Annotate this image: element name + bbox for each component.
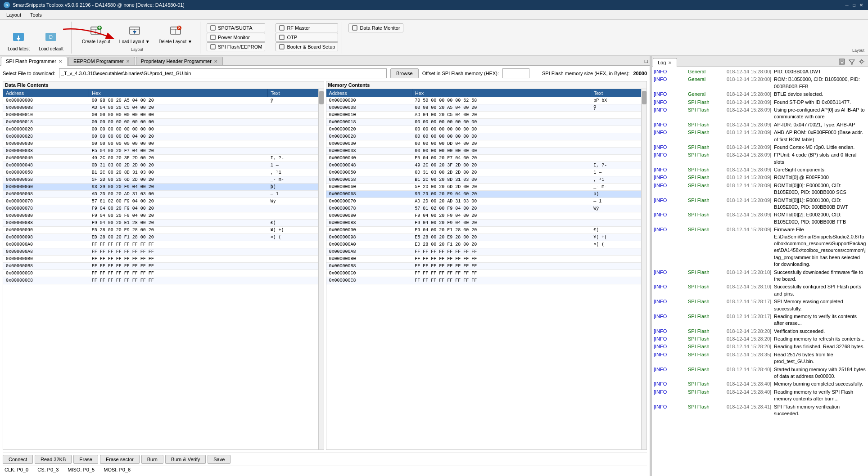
table-row[interactable]: 0x00000098 E5 28 00 20 E9 28 00 20 ¥( +( [326,234,641,241]
table-row[interactable]: 0x000000A8 FF FF FF FF FF FF FF FF [3,248,318,256]
table-row[interactable]: 0x00000070 57 81 02 00 F9 04 00 20 Wÿ [3,198,318,205]
spota-suota-item[interactable]: SPOTA/SUOTA [207,23,265,32]
tab-eeprom[interactable]: EEPROM Programmer ✕ [68,57,135,65]
close-button[interactable]: ✕ [858,2,864,8]
data-file-table-scroll[interactable]: Address Hex Text 0x00000000 00 98 00 20 … [3,89,318,449]
table-row[interactable]: 0x000000B8 FF FF FF FF FF FF FF FF [326,263,641,270]
maximize-button[interactable]: □ [851,2,857,8]
log-filter-button[interactable] [847,58,856,66]
table-row[interactable]: 0x00000020 00 00 00 00 00 00 00 00 [3,126,318,133]
table-row[interactable]: 0x00000020 00 00 00 00 00 00 00 00 [326,126,641,133]
spi-flash-eeprom-item[interactable]: SPI Flash/EEPROM [207,42,265,51]
offset-input[interactable] [502,68,529,78]
table-row[interactable]: 0x00000018 00 00 00 00 00 00 00 00 [3,119,318,126]
memory-scrollbar-thumb[interactable] [642,91,646,104]
table-row[interactable]: 0x00000038 F5 04 00 20 F7 04 00 20 [3,148,318,155]
erase-button[interactable]: Erase [73,455,98,464]
menu-tools[interactable]: Tools [27,11,45,18]
table-row[interactable]: 0x000000A0 ED 28 00 20 F1 28 00 20 «( ( [326,241,641,248]
table-row[interactable]: 0x00000080 F9 04 00 20 F9 04 00 20 [3,212,318,220]
save-button[interactable]: Save [208,455,231,464]
minimize-button[interactable]: ─ [844,2,850,8]
data-file-scrollbar[interactable] [318,89,324,449]
tab-spi-flash-close[interactable]: ✕ [58,59,63,64]
table-row[interactable]: 0x00000078 57 81 02 00 F9 04 00 20 Wÿ [326,205,641,212]
table-row[interactable]: 0x00000078 F9 04 00 20 F9 04 00 20 [3,205,318,212]
load-default-button[interactable]: D Load default [35,29,68,54]
table-row[interactable]: 0x00000030 00 00 00 00 00 00 00 00 [3,140,318,148]
table-row[interactable]: 0x00000098 ED 28 00 20 F1 28 00 20 «( ( [3,234,318,241]
tab-proprietary-close[interactable]: ✕ [213,59,218,64]
rf-master-item[interactable]: RF Master [276,23,338,32]
table-row[interactable]: 0x00000070 AD 2D 00 20 AD 31 03 00 — 1 [326,198,641,205]
table-row[interactable]: 0x00000068 AD 2D 00 20 AD 31 03 00 — 1 [3,191,318,198]
table-row[interactable]: 0x00000050 B1 2C 00 20 8D 31 03 00 , ¹1 [3,169,318,176]
cell-hex: B1 2C 00 20 8D 31 03 00 [412,176,591,184]
memory-scrollbar[interactable] [641,89,646,449]
table-row[interactable]: 0x00000018 00 00 00 00 00 00 00 00 [326,119,641,126]
burn-button[interactable]: Burn [141,455,163,464]
table-row[interactable]: 0x000000C8 FF FF FF FF FF FF FF FF [326,277,641,284]
tab-log[interactable]: Log ✕ [653,58,677,67]
connect-button[interactable]: Connect [3,455,33,464]
tab-proprietary[interactable]: Proprietary Header Programmer ✕ [136,57,223,65]
table-row[interactable]: 0x00000010 AD 04 00 20 C5 04 00 20 [326,112,641,119]
erase-sector-button[interactable]: Erase sector [100,455,140,464]
table-row[interactable]: 0x000000B8 FF FF FF FF FF FF FF FF [3,263,318,270]
table-row[interactable]: 0x000000A0 FF FF FF FF FF FF FF FF [3,241,318,248]
table-row[interactable]: 0x00000038 00 00 00 00 00 00 00 00 [326,148,641,155]
table-row[interactable]: 0x00000000 70 50 00 00 00 00 62 58 pP bX [326,97,641,104]
table-row[interactable]: 0x00000088 F9 04 00 20 F9 04 00 20 [326,220,641,227]
log-save-button[interactable] [837,58,846,66]
table-row[interactable]: 0x00000090 F9 04 00 20 E1 28 00 20 £( [326,227,641,234]
table-row[interactable]: 0x00000040 F5 04 00 20 F7 04 00 20 [326,155,641,162]
delete-layout-button[interactable]: × Delete Layout ▼ [155,22,196,46]
table-row[interactable]: 0x00000010 00 00 00 00 00 00 00 00 [3,112,318,119]
log-content[interactable]: [INFO General 018-12-14 15:28:00] PID: 0… [652,67,868,476]
memory-table-scroll[interactable]: Address Hex Text 0x00000000 70 50 00 00 … [326,89,642,449]
maximize-panel-button[interactable]: □ [645,58,648,64]
power-monitor-item[interactable]: Power Monitor [207,33,265,42]
table-row[interactable]: 0x00000090 E5 28 00 20 E9 28 00 20 ¥( +( [3,227,318,234]
table-row[interactable]: 0x00000058 B1 2C 00 20 8D 31 03 00 , ¹1 [326,176,641,184]
create-layout-button[interactable]: + Create Layout [78,22,114,46]
table-row[interactable]: 0x00000060 5F 2D 00 20 6D 2D 00 20 _- m- [326,184,641,191]
table-row[interactable]: 0x00000028 00 00 00 00 DD 04 00 20 [3,133,318,140]
table-row[interactable]: 0x00000030 00 00 00 00 DD 04 00 20 [326,140,641,148]
table-row[interactable]: 0x00000048 0D 31 03 00 2D 2D 00 20 1 — [3,162,318,169]
file-input[interactable] [59,68,387,78]
table-row[interactable]: 0x00000040 49 2C 00 20 3F 2D 00 20 I, ?- [3,155,318,162]
menu-layout[interactable]: Layout [3,11,25,18]
table-row[interactable]: 0x00000080 F9 04 00 20 F9 04 00 20 [326,212,641,220]
data-rate-item[interactable]: Data Rate Monitor [348,23,403,32]
table-row[interactable]: 0x00000060 93 29 00 20 F9 04 00 20 þ) [3,184,318,191]
otp-item[interactable]: OTP [276,33,338,42]
table-row[interactable]: 0x00000048 49 2C 00 20 3F 2D 00 20 I, ?- [326,162,641,169]
table-row[interactable]: 0x00000008 AD 04 00 20 C5 04 00 20 [3,104,318,112]
table-row[interactable]: 0x000000B0 FF FF FF FF FF FF FF FF [3,256,318,263]
table-row[interactable]: 0x000000B0 FF FF FF FF FF FF FF FF [326,256,641,263]
log-settings-button[interactable] [857,58,866,66]
burn-verify-button[interactable]: Burn & Verify [165,455,206,464]
table-row[interactable]: 0x00000000 00 98 00 20 A5 04 00 20 ÿ [3,97,318,104]
table-row[interactable]: 0x00000028 00 00 00 00 00 00 00 00 [326,133,641,140]
load-latest-button[interactable]: Load latest [4,29,34,54]
table-row[interactable]: 0x00000050 0D 31 03 00 2D 2D 00 20 1 — [326,169,641,176]
tab-eeprom-close[interactable]: ✕ [126,59,130,64]
table-row[interactable]: 0x00000068 93 29 00 20 F9 04 00 20 þ) [326,191,641,198]
read32kb-button[interactable]: Read 32KB [35,455,72,464]
table-row[interactable]: 0x000000C0 FF FF FF FF FF FF FF FF [3,270,318,277]
browse-button[interactable]: Browse [390,68,419,78]
table-row[interactable]: 0x00000008 00 98 00 20 A5 04 00 20 ÿ [326,104,641,112]
table-row[interactable]: 0x000000C8 FF FF FF FF FF FF FF FF [3,277,318,284]
tab-log-close[interactable]: ✕ [668,60,672,65]
data-file-scrollbar-thumb[interactable] [319,91,324,104]
table-row[interactable]: 0x00000058 5F 2D 00 20 6D 2D 00 20 _- m- [3,176,318,184]
table-row[interactable]: 0x00000088 F9 04 00 20 E1 28 00 20 £( [3,220,318,227]
load-layout-button[interactable]: Load Layout ▼ [115,22,154,46]
window-controls[interactable]: ─ □ ✕ [844,2,864,8]
booter-item[interactable]: Booter & Board Setup [276,42,338,51]
table-row[interactable]: 0x000000A8 FF FF FF FF FF FF FF FF [326,248,641,256]
tab-spi-flash[interactable]: SPI Flash Programmer ✕ [1,57,68,66]
table-row[interactable]: 0x000000C0 FF FF FF FF FF FF FF FF [326,270,641,277]
